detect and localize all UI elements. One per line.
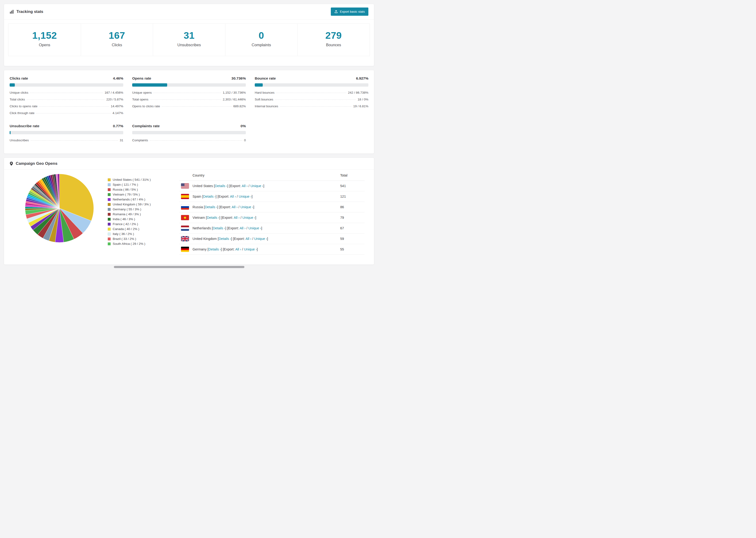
export-button-label: Export basic stats — [340, 10, 365, 13]
map-pin-icon — [10, 161, 13, 166]
flag-icon-vn — [181, 215, 189, 220]
country-cell: Vietnam [Details ›] [Export: All › / Uni… — [179, 212, 338, 223]
progress-bar — [10, 131, 123, 134]
legend-label: Romania ( 49 / 3% ) — [113, 212, 141, 216]
export-unique-link-spain[interactable]: Unique › — [239, 194, 252, 198]
rate-title: Opens rate — [132, 76, 151, 81]
export-unique-link-vietnam[interactable]: Unique › — [243, 216, 255, 219]
legend-item-france: France ( 42 / 2% ) — [108, 222, 151, 227]
country-name: Germany [Details ›] [Export: All › / Uni… — [192, 247, 258, 251]
legend-swatch — [108, 238, 111, 241]
legend-swatch — [108, 208, 111, 211]
geo-table-wrap: Country Total United States [Details ›] … — [179, 170, 365, 255]
rate-row-value: 1,152 / 30.736% — [223, 91, 246, 94]
flag-icon-gb — [181, 236, 189, 241]
country-cell: Netherlands [Details ›] [Export: All › /… — [179, 223, 338, 234]
geo-table-row-spain: Spain [Details ›] [Export: All › / Uniqu… — [179, 191, 365, 202]
export-unique-link-germany[interactable]: Unique › — [244, 247, 257, 251]
legend-item-russia: Russia ( 86 / 5% ) — [108, 187, 151, 192]
details-link-germany[interactable]: Details › — [208, 247, 221, 251]
legend-label: Vietnam ( 79 / 5% ) — [113, 193, 140, 196]
rate-head: Complaints rate 0% — [132, 124, 246, 128]
stat-box-complaints: 0 Complaints — [225, 24, 297, 56]
total-cell: 121 — [338, 191, 365, 202]
details-link-netherlands[interactable]: Details › — [213, 226, 225, 230]
country-name: Spain [Details ›] [Export: All › / Uniqu… — [192, 194, 253, 198]
export-all-link-spain[interactable]: All › — [230, 194, 236, 198]
details-link-united-kingdom[interactable]: Details › — [219, 237, 231, 241]
rate-row-value: 18 / 0% — [357, 98, 368, 101]
export-all-link-netherlands[interactable]: All › — [240, 226, 245, 230]
rate-row-clicks-to-opens-rate: Clicks to opens rate 14.497% — [10, 103, 123, 110]
rate-value: 6.927% — [356, 76, 368, 81]
geo-table-row-united-states: United States [Details ›] [Export: All ›… — [179, 181, 365, 191]
horizontal-scrollbar-thumb[interactable] — [114, 266, 244, 268]
rate-row-label: Total clicks — [10, 98, 25, 101]
export-unique-link-russia[interactable]: Unique › — [241, 205, 253, 209]
geo-table-body: United States [Details ›] [Export: All ›… — [179, 181, 365, 255]
stat-value: 0 — [227, 30, 296, 41]
legend-label: Netherlands ( 67 / 4% ) — [113, 198, 145, 201]
export-unique-link-united-states[interactable]: Unique › — [250, 184, 263, 188]
rate-row-value: 2,303 / 61.446% — [223, 98, 246, 101]
export-all-link-united-kingdom[interactable]: All › — [245, 237, 251, 241]
geo-table-row-united-kingdom: United Kingdom [Details ›] [Export: All … — [179, 234, 365, 244]
export-all-link-vietnam[interactable]: All › — [234, 216, 240, 219]
geo-pie-chart: United States ( 541 / 31% ) Spain ( 121 … — [10, 170, 179, 246]
dotted-leader — [153, 93, 221, 93]
progress-bar — [132, 131, 246, 134]
stat-label: Complaints — [227, 43, 296, 47]
progress-bar-fill — [10, 131, 11, 134]
dotted-leader — [39, 106, 109, 107]
tracking-stats-title: Tracking stats — [10, 9, 43, 14]
export-basic-stats-button[interactable]: Export basic stats — [331, 8, 368, 16]
rate-row-label: Click through rate — [10, 111, 34, 115]
rate-panel-complaints-rate: Complaints rate 0% Complaints 0 — [132, 124, 246, 144]
legend-label: South Africa ( 29 / 2% ) — [113, 242, 145, 245]
rate-row-label: Internal bounces — [255, 104, 278, 108]
details-link-vietnam[interactable]: Details › — [207, 216, 219, 219]
total-cell: 541 — [338, 181, 365, 191]
export-all-link-united-states[interactable]: All › — [242, 184, 248, 188]
rate-title: Complaints rate — [132, 124, 160, 128]
country-header: Country — [179, 170, 338, 181]
dotted-leader — [30, 93, 103, 93]
export-unique-link-netherlands[interactable]: Unique › — [248, 226, 261, 230]
rate-row-click-through-rate: Click through rate 4.147% — [10, 110, 123, 116]
rate-row-label: Total opens — [132, 98, 148, 101]
dotted-leader — [276, 93, 346, 93]
details-link-united-states[interactable]: Details › — [215, 184, 227, 188]
rate-head: Bounce rate 6.927% — [255, 76, 368, 81]
country-name: United States [Details ›] [Export: All ›… — [192, 184, 264, 188]
total-cell: 79 — [338, 212, 365, 223]
legend-item-united-states: United States ( 541 / 31% ) — [108, 177, 151, 182]
details-link-russia[interactable]: Details › — [205, 205, 217, 209]
export-all-link-russia[interactable]: All › — [232, 205, 238, 209]
stat-value: 279 — [299, 30, 368, 41]
tracking-stats-title-text: Tracking stats — [17, 9, 43, 14]
total-cell: 55 — [338, 244, 365, 255]
export-all-link-germany[interactable]: All › — [235, 247, 241, 251]
rate-row-label: Opens to clicks rate — [132, 104, 160, 108]
legend-label: Russia ( 86 / 5% ) — [113, 188, 138, 191]
rates-card: Clicks rate 4.46% Unique clicks 167 / 4.… — [4, 70, 374, 154]
dotted-leader — [27, 99, 105, 100]
rates-grid: Clicks rate 4.46% Unique clicks 167 / 4.… — [10, 76, 368, 144]
rate-value: 0% — [241, 124, 246, 128]
rate-row-value: 14.497% — [111, 104, 123, 108]
rate-head: Unsubscribe rate 0.77% — [10, 124, 123, 128]
country-name: United Kingdom [Details ›] [Export: All … — [192, 237, 268, 241]
progress-bar — [132, 83, 246, 86]
rate-row-value: 4.147% — [112, 111, 123, 115]
stat-box-unsubscribes: 31 Unsubscribes — [153, 24, 225, 56]
legend-label: France ( 42 / 2% ) — [113, 222, 138, 226]
rate-value: 30.736% — [232, 76, 246, 81]
export-unique-link-united-kingdom[interactable]: Unique › — [254, 237, 267, 241]
stat-box-clicks: 167 Clicks — [81, 24, 153, 56]
legend-swatch — [108, 188, 111, 191]
legend-swatch — [108, 242, 111, 245]
details-link-spain[interactable]: Details › — [203, 194, 216, 198]
rate-value: 4.46% — [113, 76, 123, 81]
rate-row-label: Complaints — [132, 138, 148, 142]
rate-row-label: Unique opens — [132, 91, 152, 94]
